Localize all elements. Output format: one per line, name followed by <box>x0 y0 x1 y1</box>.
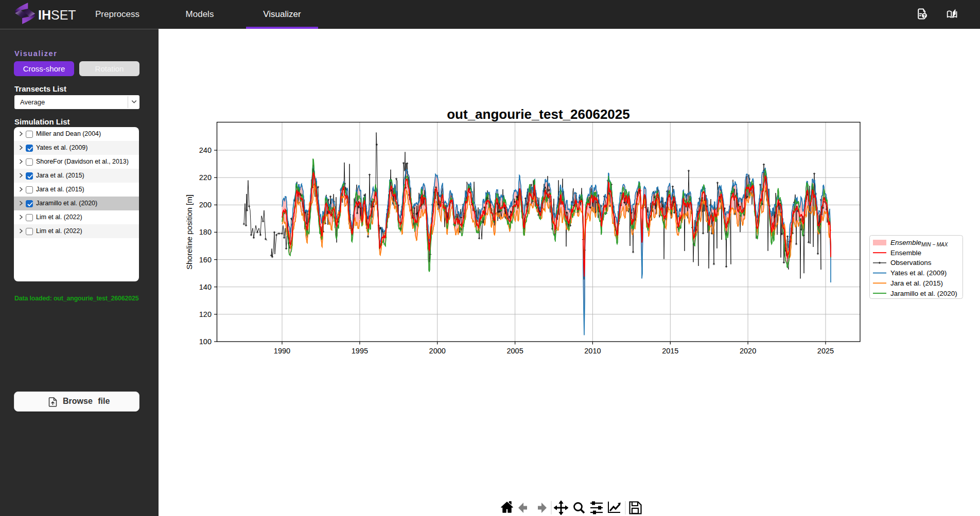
svg-text:2015: 2015 <box>662 347 678 355</box>
svg-text:Observations: Observations <box>890 259 932 266</box>
svg-text:140: 140 <box>199 283 212 291</box>
svg-text:Yates et al. (2009): Yates et al. (2009) <box>890 269 947 277</box>
svg-text:1995: 1995 <box>352 347 368 355</box>
svg-text:2010: 2010 <box>584 347 601 355</box>
svg-text:Jaramillo et al. (2020): Jaramillo et al. (2020) <box>890 290 957 297</box>
svg-text:2025: 2025 <box>817 347 834 355</box>
svg-text:Ensemble: Ensemble <box>890 249 921 257</box>
svg-text:120: 120 <box>199 310 212 318</box>
svg-text:240: 240 <box>199 146 212 154</box>
svg-text:2000: 2000 <box>429 347 446 355</box>
svg-text:1990: 1990 <box>274 347 290 355</box>
svg-text:Jara et al. (2015): Jara et al. (2015) <box>890 279 943 287</box>
svg-text:220: 220 <box>199 173 212 182</box>
svg-text:Shoreline position [m]: Shoreline position [m] <box>185 194 194 270</box>
svg-text:180: 180 <box>199 228 212 236</box>
svg-text:100: 100 <box>199 337 212 346</box>
svg-text:2005: 2005 <box>506 347 523 355</box>
svg-text:out_angourie_test_26062025: out_angourie_test_26062025 <box>447 106 630 122</box>
svg-text:160: 160 <box>199 256 212 264</box>
svg-text:200: 200 <box>199 201 212 209</box>
svg-text:2020: 2020 <box>740 347 756 355</box>
